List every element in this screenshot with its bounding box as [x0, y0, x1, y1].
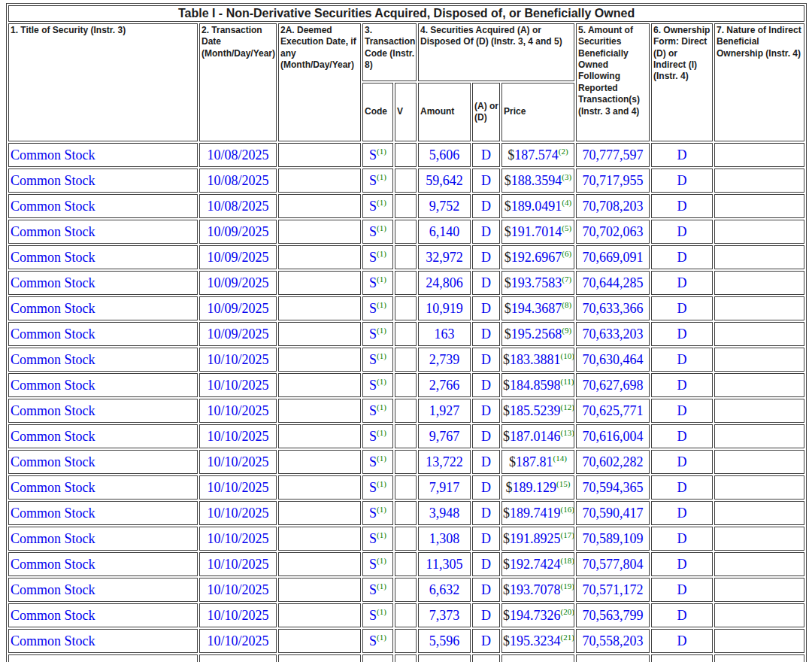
table-row: Common Stock 10/10/2025 S(1) 3,948 D $18…: [8, 501, 804, 525]
code-footnote: (1): [377, 198, 386, 207]
transaction-date-cell: 10/08/2025: [199, 194, 277, 218]
price-footnote: (9): [562, 326, 571, 335]
v-cell: [395, 271, 417, 295]
acquired-disposed-cell: D: [472, 501, 500, 525]
table-row: Common Stock 10/10/2025 S(1) 1,308 D $19…: [8, 527, 804, 551]
acquired-disposed-cell: D: [472, 169, 500, 193]
code-footnote: (1): [377, 172, 386, 181]
code-footnote: (1): [377, 530, 386, 539]
amount-cell: 5,606: [418, 143, 471, 167]
price-cell: $189.7419(16): [501, 501, 574, 525]
deemed-execution-date-cell: [278, 143, 361, 167]
table-row: Common Stock 10/10/2025 S(1) 6,632 D $19…: [8, 578, 804, 602]
transaction-date-cell: 10/08/2025: [199, 143, 277, 167]
security-title-cell: [8, 654, 198, 662]
ownership-form-cell: D: [651, 194, 713, 218]
table-row: Common Stock 10/09/2025 S(1) 32,972 D $1…: [8, 245, 804, 269]
code-footnote: (1): [377, 147, 386, 156]
price-cell: $195.3234(21): [501, 629, 574, 653]
ownership-form-cell: D: [651, 348, 713, 372]
transaction-date-cell: 10/10/2025: [199, 348, 277, 372]
shares-owned-cell: 70,633,366: [576, 296, 650, 320]
amount-cell: 59,642: [418, 169, 471, 193]
table-row: Common Stock 10/10/2025 S(1) 7,917 D $18…: [8, 475, 804, 500]
transaction-code-cell: S(1): [362, 424, 393, 448]
price-footnote: (18): [561, 556, 574, 565]
shares-owned-cell: 70,594,365: [576, 475, 650, 500]
acquired-disposed-cell: D: [472, 450, 500, 474]
ownership-form-cell: D: [651, 578, 713, 602]
transaction-date-cell: 10/09/2025: [199, 271, 277, 295]
security-title-cell: Common Stock: [8, 348, 198, 372]
code-footnote: (1): [377, 223, 386, 232]
v-cell: [395, 143, 417, 167]
code-footnote: (1): [377, 300, 386, 309]
v-cell: [395, 552, 417, 576]
security-title-cell: Common Stock: [8, 578, 198, 602]
shares-owned-cell: 70,589,109: [576, 527, 650, 551]
security-title-cell: Common Stock: [8, 629, 198, 653]
indirect-ownership-nature-cell: [714, 501, 804, 525]
price-footnote: (21): [561, 633, 574, 642]
transaction-code-cell: S(1): [362, 399, 393, 423]
table-row: Common Stock 10/09/2025 S(1) 10,919 D $1…: [8, 296, 804, 320]
amount-cell: 7,917: [418, 475, 471, 500]
transaction-code-cell: S(1): [362, 603, 393, 627]
acquired-disposed-cell: D: [472, 194, 500, 218]
price-footnote: (8): [562, 300, 571, 309]
security-title-cell: Common Stock: [8, 450, 198, 474]
ownership-form-cell: D: [651, 373, 713, 397]
amount-cell: 2,766: [418, 373, 471, 397]
ownership-form-cell: D: [651, 629, 713, 653]
ownership-form-cell: D: [651, 424, 713, 448]
deemed-execution-date-cell: [278, 322, 361, 346]
code-footnote: (1): [377, 505, 386, 514]
ownership-form-cell: D: [651, 527, 713, 551]
indirect-ownership-nature-cell: [714, 399, 804, 423]
v-cell: [395, 194, 417, 218]
acquired-disposed-cell: D: [472, 271, 500, 295]
security-title-cell: Common Stock: [8, 399, 198, 423]
header-securities-acquired-disposed: 4. Securities Acquired (A) or Disposed O…: [418, 23, 574, 81]
dollar-sign: $: [504, 275, 511, 290]
shares-owned-cell: 70,602,282: [576, 450, 650, 474]
price-cell: $183.3881(10): [501, 348, 574, 372]
v-cell: [395, 373, 417, 397]
dollar-sign: $: [504, 326, 511, 342]
v-cell: [395, 629, 417, 653]
price-cell: $193.7078(19): [501, 578, 574, 602]
table-body: Common Stock 10/08/2025 S(1) 5,606 D $18…: [8, 143, 804, 662]
code-footnote: (1): [377, 351, 386, 360]
transaction-date-cell: 10/10/2025: [199, 552, 277, 576]
v-cell: [395, 169, 417, 193]
transaction-code-cell: S(1): [362, 373, 393, 397]
code-footnote: (1): [377, 402, 386, 411]
amount-cell: 32,972: [418, 245, 471, 269]
code-footnote: (1): [377, 582, 386, 591]
v-cell: [395, 296, 417, 320]
price-footnote: (11): [561, 377, 574, 386]
security-title-cell: Common Stock: [8, 603, 198, 627]
acquired-disposed-cell: D: [472, 578, 500, 602]
security-title-cell: Common Stock: [8, 143, 198, 167]
deemed-execution-date-cell: [278, 629, 361, 653]
sec-form4-page: Table I - Non-Derivative Securities Acqu…: [0, 0, 812, 662]
indirect-ownership-nature-cell: [714, 220, 804, 244]
indirect-ownership-nature-cell: [714, 629, 804, 653]
code-footnote: (1): [377, 428, 386, 437]
ownership-form-cell: D: [651, 603, 713, 627]
acquired-disposed-cell: [472, 654, 500, 662]
price-cell: $187.81(14): [501, 450, 574, 474]
amount-cell: 24,806: [418, 271, 471, 295]
v-cell: [395, 424, 417, 448]
price-cell: $192.7424(18): [501, 552, 574, 576]
shares-owned-cell: 70,590,417: [576, 501, 650, 525]
amount-cell: 5,596: [418, 629, 471, 653]
dollar-sign: $: [509, 454, 516, 469]
table-row: Common Stock 10/08/2025 S(1) 9,752 D $18…: [8, 194, 804, 218]
dollar-sign: $: [503, 378, 510, 393]
security-title-cell: Common Stock: [8, 245, 198, 269]
transaction-code-cell: S(1): [362, 501, 393, 525]
dollar-sign: $: [503, 557, 510, 572]
shares-owned-cell: 70,708,203: [576, 194, 650, 218]
